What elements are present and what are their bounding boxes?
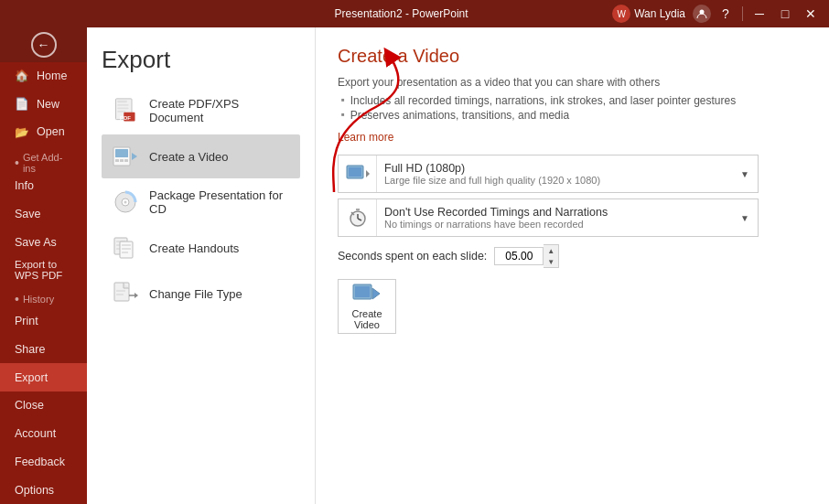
sidebar-item-account[interactable]: Account	[0, 420, 87, 448]
svg-rect-10	[115, 159, 119, 162]
sidebar-label-share: Share	[15, 343, 45, 356]
sidebar-section-addins: Get Add-ins	[0, 146, 87, 172]
svg-text:PDF: PDF	[120, 114, 131, 121]
sidebar-label-info: Info	[15, 179, 34, 192]
sidebar-label-home: Home	[37, 70, 67, 82]
quality-arrow-icon: ▼	[732, 155, 758, 192]
new-icon: 📄	[15, 97, 29, 111]
filetype-label: Change File Type	[149, 287, 242, 301]
titlebar-controls: W Wan Lydia ? ─ □ ✕	[612, 5, 822, 23]
quality-dropdown[interactable]: Full HD (1080p) Large file size and full…	[338, 155, 759, 193]
open-icon: 📂	[15, 125, 29, 139]
titlebar: Presentation2 - PowerPoint W Wan Lydia ?…	[0, 0, 829, 27]
detail-panel: Create a Video Export your presentation …	[316, 27, 829, 504]
spin-down-button[interactable]: ▼	[544, 256, 558, 267]
svg-rect-4	[117, 108, 128, 110]
svg-rect-2	[117, 101, 127, 103]
close-button[interactable]: ✕	[800, 5, 822, 23]
svg-marker-31	[366, 170, 370, 177]
quality-main: Full HD (1080p)	[384, 162, 725, 175]
sidebar-label-feedback: Feedback	[15, 456, 65, 468]
sidebar-label-addins: Get Add-ins	[23, 152, 72, 174]
sidebar-item-export[interactable]: Export	[0, 363, 87, 391]
quality-text: Full HD (1080p) Large file size and full…	[377, 158, 732, 189]
sidebar-label-save: Save	[15, 208, 41, 220]
minimize-button[interactable]: ─	[748, 5, 770, 23]
timing-icon	[339, 199, 377, 236]
sidebar-item-save-as[interactable]: Save As	[0, 228, 87, 256]
back-icon: ←	[31, 32, 57, 58]
sidebar-label-new: New	[37, 98, 59, 111]
svg-rect-12	[124, 159, 128, 162]
sidebar-label-open: Open	[37, 125, 65, 138]
spin-up-button[interactable]: ▲	[544, 245, 558, 256]
maximize-button[interactable]: □	[774, 5, 796, 23]
sidebar-item-print[interactable]: Print	[0, 307, 87, 336]
export-title: Export	[102, 46, 300, 74]
svg-marker-13	[132, 153, 137, 160]
sidebar-label-save-as: Save As	[15, 236, 57, 249]
back-button[interactable]: ←	[0, 27, 87, 62]
home-icon: 🏠	[15, 69, 29, 82]
sidebar-label-history: History	[23, 294, 54, 305]
avatar: W	[612, 5, 630, 23]
export-item-video[interactable]: Create a Video	[102, 134, 300, 178]
svg-rect-22	[122, 244, 131, 246]
sidebar-item-close[interactable]: Close	[0, 391, 87, 420]
svg-rect-5	[117, 111, 125, 113]
export-item-pdf[interactable]: PDF Create PDF/XPS Document	[102, 89, 300, 133]
sidebar-section-history: History	[0, 284, 87, 307]
handouts-icon	[111, 233, 140, 263]
help-button[interactable]: ?	[715, 5, 737, 23]
seconds-row: Seconds spent on each slide: ▲ ▼	[338, 244, 759, 268]
detail-description: Export your presentation as a video that…	[338, 74, 807, 91]
svg-rect-27	[116, 294, 124, 295]
pdf-icon: PDF	[111, 96, 140, 125]
sidebar-item-feedback[interactable]: Feedback	[0, 447, 87, 476]
timing-main: Don't Use Recorded Timings and Narration…	[384, 206, 725, 219]
sidebar: ← 🏠 Home 📄 New 📂 Open Get Add-ins Info S…	[0, 27, 87, 504]
sidebar-item-options[interactable]: Options	[0, 476, 87, 504]
svg-rect-9	[115, 149, 128, 157]
timing-arrow-icon: ▼	[732, 199, 758, 236]
create-video-line1: Create	[351, 308, 382, 319]
learn-more-link[interactable]: Learn more	[338, 131, 393, 144]
pdf-label: Create PDF/XPS Document	[149, 97, 291, 124]
sidebar-item-export-wps[interactable]: Export to WPS PDF	[0, 256, 87, 284]
create-video-button[interactable]: Create Video	[338, 279, 396, 334]
svg-marker-28	[135, 293, 138, 298]
sidebar-item-info[interactable]: Info	[0, 172, 87, 200]
export-item-filetype[interactable]: Change File Type	[102, 272, 300, 316]
sidebar-item-save[interactable]: Save	[0, 200, 87, 229]
seconds-spinner: ▲ ▼	[544, 244, 559, 268]
svg-rect-30	[349, 167, 361, 177]
sidebar-item-open[interactable]: 📂 Open	[0, 118, 87, 146]
timing-sub: No timings or narrations have been recor…	[384, 219, 725, 230]
sidebar-item-new[interactable]: 📄 New	[0, 90, 87, 118]
svg-rect-11	[120, 159, 124, 162]
sidebar-label-export: Export	[15, 371, 48, 384]
export-item-cd[interactable]: Package Presentation for CD	[102, 180, 300, 224]
export-item-handouts[interactable]: Create Handouts	[102, 226, 300, 270]
svg-rect-3	[117, 104, 128, 106]
create-video-line2: Video	[354, 319, 380, 330]
detail-bullet-1: Includes all recorded timings, narration…	[338, 94, 807, 107]
video-icon	[111, 142, 140, 171]
content-area: Export PDF Create PDF/XPS Document	[87, 27, 829, 504]
timing-text: Don't Use Recorded Timings and Narration…	[377, 202, 732, 233]
svg-rect-26	[116, 290, 125, 292]
svg-marker-38	[372, 288, 380, 299]
sidebar-label-account: Account	[15, 427, 56, 440]
titlebar-title: Presentation2 - PowerPoint	[190, 7, 612, 20]
sidebar-label-print: Print	[15, 315, 38, 327]
sidebar-item-share[interactable]: Share	[0, 336, 87, 364]
username: Wan Lydia	[634, 7, 685, 20]
user-info: W Wan Lydia	[612, 5, 685, 23]
app-body: ← 🏠 Home 📄 New 📂 Open Get Add-ins Info S…	[0, 27, 829, 504]
timing-dropdown[interactable]: Don't Use Recorded Timings and Narration…	[338, 198, 759, 237]
quality-sub: Large file size and full high quality (1…	[384, 175, 725, 186]
seconds-input[interactable]	[494, 247, 544, 265]
sidebar-item-home[interactable]: 🏠 Home	[0, 62, 87, 91]
profile-icon[interactable]	[693, 5, 711, 23]
svg-rect-23	[122, 248, 131, 250]
